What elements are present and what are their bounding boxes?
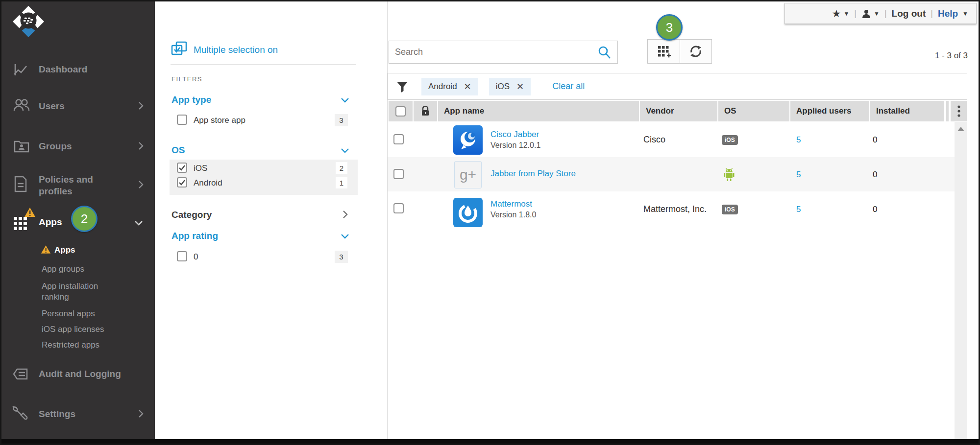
column-header-applied-users[interactable]: Applied users: [790, 101, 869, 121]
chevron-down-icon[interactable]: [341, 234, 349, 239]
clear-all-link[interactable]: Clear all: [552, 81, 585, 92]
filter-checkbox-android[interactable]: [177, 177, 187, 187]
filter-group-app-type[interactable]: App type: [172, 94, 211, 105]
column-header-os[interactable]: OS: [718, 101, 789, 121]
sidebar-item-settings[interactable]: Settings: [39, 409, 75, 420]
separator: |: [854, 8, 857, 19]
table-action-buttons: [647, 39, 712, 64]
applied-users-link[interactable]: 5: [796, 205, 801, 214]
mattermost-app-icon: [453, 198, 483, 227]
chevron-right-icon[interactable]: [343, 210, 348, 219]
filter-group-title: App type: [172, 94, 211, 105]
sidebar-subitem-label: App groups: [42, 264, 84, 274]
filter-group-app-rating[interactable]: App rating: [172, 231, 218, 241]
table-row[interactable]: Cisco Jabber Version 12.0.1 Cisco iOS 5 …: [388, 122, 955, 157]
filter-checkbox-app-store-app[interactable]: [177, 115, 187, 125]
filter-chip-android[interactable]: Android ✕: [421, 78, 478, 95]
add-app-button[interactable]: [648, 40, 680, 63]
installed-count: 0: [873, 170, 877, 180]
applied-users-link[interactable]: 5: [796, 170, 801, 180]
refresh-button[interactable]: [680, 40, 711, 63]
filter-chip-ios[interactable]: iOS ✕: [489, 78, 531, 95]
remove-chip-icon[interactable]: ✕: [464, 81, 471, 92]
refresh-icon: [688, 44, 704, 59]
dashboard-chart-icon: [13, 62, 29, 77]
chevron-down-icon[interactable]: [341, 97, 349, 103]
vendor-cell: Mattermost, Inc.: [643, 204, 707, 214]
column-options-menu[interactable]: [951, 101, 967, 121]
table-row[interactable]: Mattermost Version 1.8.0 Mattermost, Inc…: [388, 191, 955, 226]
row-checkbox[interactable]: [393, 203, 404, 213]
sidebar-item-apps[interactable]: Apps: [39, 217, 62, 228]
apps-grid-icon: [13, 216, 28, 232]
sidebar-subitem-label: Restricted apps: [42, 340, 99, 350]
os-badge-ios: iOS: [722, 205, 738, 214]
sidebar-subitem-personal-apps[interactable]: Personal apps: [42, 309, 95, 319]
app-name-link[interactable]: Cisco Jabber: [490, 130, 540, 140]
sidebar-subitem-label: Apps: [54, 245, 75, 255]
column-header-installed[interactable]: Installed: [870, 101, 944, 121]
caret-down-icon[interactable]: ▼: [962, 10, 968, 17]
user-session-bar: ★ ▼ | ▼ | Log out | Help ▼: [784, 3, 977, 24]
chevron-down-icon: [134, 220, 144, 226]
filters-divider: [171, 64, 356, 65]
installed-count: 0: [873, 205, 877, 214]
users-icon: [13, 98, 30, 114]
sidebar-item-dashboard[interactable]: Dashboard: [39, 64, 87, 75]
filter-group-os[interactable]: OS: [172, 145, 185, 156]
multiple-selection-icon: [171, 41, 189, 58]
filter-count-badge: 1: [336, 177, 347, 188]
select-all-checkbox[interactable]: [395, 106, 406, 117]
filter-checkbox-ios[interactable]: [177, 163, 187, 173]
log-out-link[interactable]: Log out: [892, 8, 926, 19]
chevron-down-icon[interactable]: [341, 148, 349, 154]
table-scrollbar[interactable]: [955, 122, 967, 441]
multiple-selection-toggle[interactable]: Multiple selection on: [194, 45, 278, 55]
select-all-cell: [389, 101, 413, 121]
search-input[interactable]: [389, 47, 597, 57]
search-icon[interactable]: [597, 45, 612, 60]
sidebar-item-policies-profiles[interactable]: Policies and profiles: [39, 174, 122, 197]
sidebar-subitem-label: Personal apps: [42, 309, 95, 318]
chip-label: Android: [428, 82, 457, 92]
help-link[interactable]: Help: [938, 8, 958, 19]
sidebar-subitem-app-groups[interactable]: App groups: [42, 264, 84, 274]
google-play-app-icon: g+: [454, 161, 482, 188]
row-checkbox[interactable]: [393, 134, 404, 144]
column-header-vendor[interactable]: Vendor: [640, 101, 717, 121]
column-header-app-name[interactable]: App name: [438, 101, 639, 121]
app-name-link[interactable]: Jabber from Play Store: [490, 169, 576, 179]
sidebar-item-groups[interactable]: Groups: [39, 141, 72, 152]
filter-group-category[interactable]: Category: [172, 210, 212, 220]
table-row[interactable]: g+ Jabber from Play Store 5 0: [388, 157, 955, 191]
pagination-range: 1 - 3 of 3: [879, 51, 968, 61]
filters-heading: FILTERS: [172, 75, 202, 83]
filter-option-label: App store app: [194, 116, 245, 125]
app-name-link[interactable]: Mattermost: [490, 199, 536, 209]
separator: |: [884, 8, 887, 19]
sidebar-subitem-restricted-apps[interactable]: Restricted apps: [42, 340, 99, 350]
scroll-up-arrow[interactable]: [957, 127, 964, 131]
app-version: Version 12.0.1: [490, 141, 540, 150]
row-checkbox[interactable]: [393, 169, 404, 179]
sidebar-subitem-app-installation-ranking[interactable]: App installation ranking: [42, 281, 115, 303]
filter-option-label: iOS: [194, 164, 207, 173]
app-version: Version 1.8.0: [490, 211, 536, 219]
sidebar-item-users[interactable]: Users: [39, 101, 65, 112]
favorites-star-icon[interactable]: ★: [832, 8, 841, 20]
table-header: App name Vendor OS Applied users Install…: [388, 101, 967, 121]
sidebar-item-audit-logging[interactable]: Audit and Logging: [39, 369, 121, 379]
caret-down-icon[interactable]: ▼: [843, 10, 849, 17]
annotation-step-2-badge: 2: [71, 206, 98, 232]
filter-count-badge: 3: [335, 251, 348, 263]
sidebar-subitem-ios-app-licenses[interactable]: iOS app licenses: [42, 325, 104, 334]
applied-users-link[interactable]: 5: [796, 135, 801, 145]
filter-checkbox-rating-0[interactable]: [177, 251, 187, 261]
sidebar-subitem-apps[interactable]: Apps: [54, 245, 75, 255]
sidebar: Dashboard Users Groups: [1, 1, 155, 444]
settings-screwdriver-icon: [11, 405, 29, 422]
user-icon[interactable]: [861, 9, 871, 19]
caret-down-icon[interactable]: ▼: [874, 10, 880, 17]
remove-chip-icon[interactable]: ✕: [516, 81, 524, 92]
sidebar-item-label: Dashboard: [39, 64, 87, 75]
